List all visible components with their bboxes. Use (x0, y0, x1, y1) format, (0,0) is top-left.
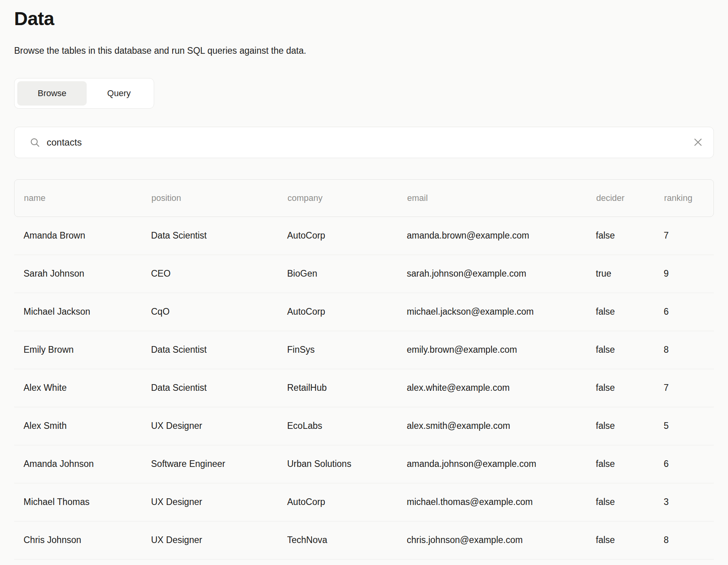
column-header-ranking: ranking (655, 193, 714, 203)
table-row[interactable]: Alex WhiteData ScientistRetailHubalex.wh… (14, 369, 714, 407)
table-row[interactable]: Amanda JohnsonSoftware EngineerUrban Sol… (14, 445, 714, 483)
cell-company: TechNova (278, 535, 397, 545)
cell-email: amanda.johnson@example.com (397, 459, 586, 469)
cell-email: chris.johnson@example.com (397, 535, 586, 545)
cell-position: Data Scientist (142, 383, 278, 393)
table-search-bar[interactable] (14, 127, 714, 158)
cell-company: AutoCorp (278, 230, 397, 241)
tab-browse[interactable]: Browse (17, 81, 87, 106)
table-row[interactable]: Michael JacksonCqOAutoCorpmichael.jackso… (14, 293, 714, 331)
cell-position: CEO (142, 268, 278, 279)
column-header-decider: decider (587, 193, 655, 203)
cell-email: emily.brown@example.com (397, 344, 586, 355)
cell-name: Amanda Johnson (14, 459, 142, 469)
column-header-name: name (15, 193, 142, 203)
cell-email: amanda.brown@example.com (397, 230, 586, 241)
cell-ranking: 9 (654, 268, 714, 279)
cell-decider: false (586, 421, 654, 431)
page-title: Data (14, 9, 714, 29)
search-icon (29, 137, 40, 148)
cell-ranking: 8 (654, 535, 714, 545)
contacts-table: namepositioncompanyemaildeciderranking A… (14, 179, 714, 560)
cell-name: Sarah Johnson (14, 268, 142, 279)
tab-query[interactable]: Query (87, 81, 151, 106)
table-header: namepositioncompanyemaildeciderranking (14, 179, 714, 217)
clear-search-button[interactable] (691, 135, 705, 149)
cell-ranking: 5 (654, 421, 714, 431)
table-row[interactable]: Emily BrownData ScientistFinSysemily.bro… (14, 331, 714, 369)
page-subtitle: Browse the tables in this database and r… (14, 45, 714, 57)
cell-decider: false (586, 535, 654, 545)
cell-name: Emily Brown (14, 344, 142, 355)
cell-company: Urban Solutions (278, 459, 397, 469)
table-row[interactable]: Amanda BrownData ScientistAutoCorpamanda… (14, 217, 714, 255)
cell-position: UX Designer (142, 421, 278, 431)
cell-name: Chris Johnson (14, 535, 142, 545)
search-input[interactable] (47, 137, 691, 148)
cell-ranking: 8 (654, 344, 714, 355)
cell-decider: false (586, 306, 654, 317)
cell-decider: false (586, 459, 654, 469)
cell-name: Michael Thomas (14, 497, 142, 507)
column-header-company: company (278, 193, 398, 203)
cell-company: RetailHub (278, 383, 397, 393)
data-page: Data Browse the tables in this database … (0, 0, 728, 560)
cell-email: sarah.johnson@example.com (397, 268, 586, 279)
cell-position: UX Designer (142, 497, 278, 507)
cell-company: BioGen (278, 268, 397, 279)
cell-company: AutoCorp (278, 306, 397, 317)
view-mode-tabs: Browse Query (14, 78, 154, 109)
column-header-position: position (142, 193, 278, 203)
cell-name: Alex Smith (14, 421, 142, 431)
cell-company: AutoCorp (278, 497, 397, 507)
table-row[interactable]: Michael ThomasUX DesignerAutoCorpmichael… (14, 483, 714, 521)
cell-email: alex.smith@example.com (397, 421, 586, 431)
column-header-email: email (398, 193, 587, 203)
cell-position: Software Engineer (142, 459, 278, 469)
cell-position: Data Scientist (142, 230, 278, 241)
cell-email: michael.thomas@example.com (397, 497, 586, 507)
cell-decider: false (586, 344, 654, 355)
cell-ranking: 6 (654, 306, 714, 317)
cell-position: Data Scientist (142, 344, 278, 355)
table-row[interactable]: Chris JohnsonUX DesignerTechNovachris.jo… (14, 521, 714, 560)
table-body: Amanda BrownData ScientistAutoCorpamanda… (14, 217, 714, 560)
cell-ranking: 6 (654, 459, 714, 469)
cell-name: Alex White (14, 383, 142, 393)
cell-decider: false (586, 497, 654, 507)
cell-company: EcoLabs (278, 421, 397, 431)
cell-company: FinSys (278, 344, 397, 355)
cell-email: alex.white@example.com (397, 383, 586, 393)
cell-ranking: 7 (654, 383, 714, 393)
cell-decider: true (586, 268, 654, 279)
cell-decider: false (586, 383, 654, 393)
close-icon (693, 137, 703, 148)
cell-decider: false (586, 230, 654, 241)
cell-name: Amanda Brown (14, 230, 142, 241)
table-header-row: namepositioncompanyemaildeciderranking (15, 180, 713, 217)
table-row[interactable]: Sarah JohnsonCEOBioGensarah.johnson@exam… (14, 255, 714, 293)
cell-position: UX Designer (142, 535, 278, 545)
cell-ranking: 7 (654, 230, 714, 241)
cell-email: michael.jackson@example.com (397, 306, 586, 317)
cell-name: Michael Jackson (14, 306, 142, 317)
cell-ranking: 3 (654, 497, 714, 507)
cell-position: CqO (142, 306, 278, 317)
table-row[interactable]: Alex SmithUX DesignerEcoLabsalex.smith@e… (14, 407, 714, 445)
